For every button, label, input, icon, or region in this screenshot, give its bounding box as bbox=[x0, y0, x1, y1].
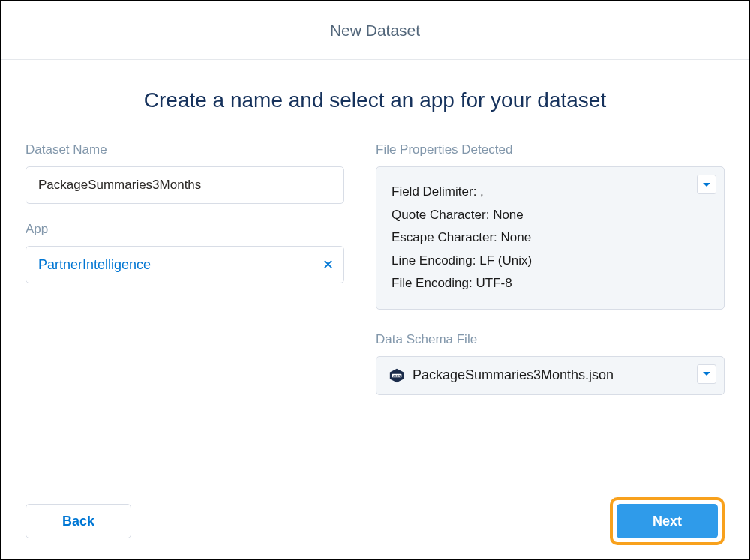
dialog-title: New Dataset bbox=[330, 22, 420, 40]
line-encoding-value: LF (Unix) bbox=[479, 253, 532, 268]
field-delimiter-row: Field Delimiter: , bbox=[392, 181, 709, 204]
schema-file-name: PackageSummaries3Months.json bbox=[412, 367, 614, 383]
field-delimiter-value: , bbox=[480, 184, 484, 199]
dataset-name-label: Dataset Name bbox=[26, 142, 344, 157]
schema-label: Data Schema File bbox=[376, 332, 724, 347]
file-encoding-label: File Encoding: bbox=[392, 276, 472, 290]
schema-file-selector[interactable]: JSON PackageSummaries3Months.json bbox=[376, 356, 724, 395]
file-properties-panel: Field Delimiter: , Quote Character: None… bbox=[376, 166, 724, 310]
app-label: App bbox=[26, 222, 344, 237]
quote-character-label: Quote Character: bbox=[392, 208, 489, 222]
app-lookup[interactable]: ✕ bbox=[26, 246, 344, 283]
svg-text:JSON: JSON bbox=[393, 375, 401, 378]
left-column: Dataset Name App ✕ bbox=[26, 142, 344, 395]
file-properties-toggle[interactable] bbox=[697, 175, 716, 194]
chevron-down-icon bbox=[703, 372, 710, 376]
json-file-icon: JSON bbox=[388, 367, 405, 384]
file-encoding-value: UTF-8 bbox=[476, 276, 512, 290]
schema-section: Data Schema File JSON PackageSummaries3M… bbox=[376, 332, 724, 395]
dataset-name-field-group: Dataset Name bbox=[26, 142, 344, 204]
app-field-group: App ✕ bbox=[26, 222, 344, 283]
quote-character-row: Quote Character: None bbox=[392, 204, 709, 227]
page-heading: Create a name and select an app for your… bbox=[2, 60, 748, 142]
dialog-footer: Back Next bbox=[2, 497, 748, 545]
dataset-name-input[interactable] bbox=[26, 166, 344, 204]
app-input[interactable] bbox=[26, 246, 344, 283]
quote-character-value: None bbox=[493, 208, 524, 222]
line-encoding-label: Line Encoding: bbox=[392, 253, 476, 268]
schema-file-toggle[interactable] bbox=[697, 364, 716, 384]
next-button-highlight: Next bbox=[610, 497, 724, 545]
escape-character-row: Escape Character: None bbox=[392, 226, 709, 250]
file-encoding-row: File Encoding: UTF-8 bbox=[392, 272, 709, 295]
file-properties-label: File Properties Detected bbox=[376, 142, 724, 157]
chevron-down-icon bbox=[703, 183, 710, 187]
right-column: File Properties Detected Field Delimiter… bbox=[376, 142, 724, 395]
clear-icon[interactable]: ✕ bbox=[322, 258, 334, 271]
escape-character-label: Escape Character: bbox=[392, 230, 497, 244]
field-delimiter-label: Field Delimiter: bbox=[392, 184, 476, 199]
escape-character-value: None bbox=[501, 230, 532, 244]
dialog-header: New Dataset bbox=[2, 1, 748, 60]
line-encoding-row: Line Encoding: LF (Unix) bbox=[392, 250, 709, 273]
back-button[interactable]: Back bbox=[26, 504, 131, 538]
next-button[interactable]: Next bbox=[616, 504, 718, 538]
content-area: Dataset Name App ✕ File Properties Detec… bbox=[2, 142, 748, 395]
